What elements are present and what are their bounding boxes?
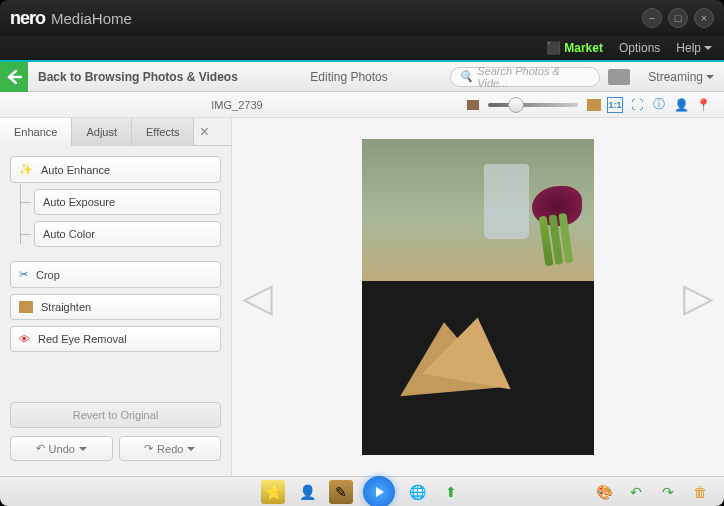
market-label: Market [564, 41, 603, 55]
menu-bar: ⬛ Market Options Help [0, 36, 724, 62]
undo-label: Undo [49, 443, 75, 455]
tab-strip: Enhance Adjust Effects × [0, 118, 231, 146]
red-eye-button[interactable]: 👁 Red Eye Removal [10, 326, 221, 352]
favorite-button[interactable]: ⭐ [261, 480, 285, 504]
display-mode-button[interactable] [608, 69, 630, 85]
thumb-large-icon[interactable] [587, 99, 601, 111]
brand-logo: nero [10, 8, 45, 29]
tab-adjust[interactable]: Adjust [72, 118, 132, 146]
face-icon[interactable]: 👤 [673, 97, 689, 113]
tool-label: Auto Exposure [43, 196, 115, 208]
thumb-small-icon[interactable] [467, 100, 479, 110]
options-menu[interactable]: Options [619, 41, 660, 55]
zoom-slider[interactable] [488, 103, 578, 107]
help-label: Help [676, 41, 701, 55]
redo-icon: ↷ [144, 442, 153, 455]
streaming-menu[interactable]: Streaming [638, 70, 724, 84]
play-icon [372, 485, 386, 499]
search-placeholder: Search Photos & Vide... [477, 65, 591, 89]
crop-button[interactable]: ✂ Crop [10, 261, 221, 288]
streaming-label: Streaming [648, 70, 703, 84]
tool-label: Red Eye Removal [38, 333, 127, 345]
chevron-down-icon [704, 46, 712, 50]
prev-photo-button[interactable]: ◁ [242, 274, 273, 320]
edit-button[interactable]: ✎ [329, 480, 353, 504]
rotate-right-button[interactable]: ↷ [656, 480, 680, 504]
undo-icon: ↶ [36, 442, 45, 455]
bottom-toolbar: ⭐ 👤 ✎ 🌐 ⬆ 🎨 ↶ ↷ 🗑 [0, 476, 724, 506]
auto-exposure-button[interactable]: Auto Exposure [34, 189, 221, 215]
straighten-icon [19, 301, 33, 313]
info-icon[interactable]: ⓘ [651, 97, 667, 113]
redo-button[interactable]: ↷ Redo [119, 436, 222, 461]
photo-viewer: ◁ ▷ [232, 118, 724, 476]
chevron-down-icon [187, 447, 195, 451]
portrait-button[interactable]: 👤 [295, 480, 319, 504]
main-area: Enhance Adjust Effects × ✨ Auto Enhance … [0, 118, 724, 476]
revert-button[interactable]: Revert to Original [10, 402, 221, 428]
rotate-left-button[interactable]: ↶ [624, 480, 648, 504]
title-bar: nero MediaHome − □ × [0, 0, 724, 36]
edit-panel: Enhance Adjust Effects × ✨ Auto Enhance … [0, 118, 232, 476]
color-button[interactable]: 🎨 [592, 480, 616, 504]
next-photo-button[interactable]: ▷ [683, 274, 714, 320]
tool-label: Auto Color [43, 228, 95, 240]
back-label[interactable]: Back to Browsing Photos & Videos [28, 70, 248, 84]
fit-icon[interactable]: 1:1 [607, 97, 623, 113]
help-menu[interactable]: Help [676, 41, 712, 55]
share-button[interactable]: 🌐 [405, 480, 429, 504]
straighten-button[interactable]: Straighten [10, 294, 221, 320]
location-icon[interactable]: 📍 [695, 97, 711, 113]
close-button[interactable]: × [694, 8, 714, 28]
magic-wand-icon: ✨ [19, 163, 33, 176]
filename: IMG_2739 [10, 99, 464, 111]
market-button[interactable]: ⬛ Market [546, 41, 603, 55]
back-button[interactable] [0, 62, 28, 92]
photo-preview[interactable] [362, 139, 594, 455]
auto-color-button[interactable]: Auto Color [34, 221, 221, 247]
tool-label: Straighten [41, 301, 91, 313]
fullscreen-icon[interactable]: ⛶ [629, 97, 645, 113]
auto-enhance-button[interactable]: ✨ Auto Enhance [10, 156, 221, 183]
undo-button[interactable]: ↶ Undo [10, 436, 113, 461]
page-title: Editing Photos [248, 70, 450, 84]
arrow-left-icon [5, 68, 23, 86]
redo-label: Redo [157, 443, 183, 455]
play-button[interactable] [363, 476, 395, 507]
market-icon: ⬛ [546, 41, 561, 55]
tab-enhance[interactable]: Enhance [0, 118, 72, 146]
nav-bar: Back to Browsing Photos & Videos Editing… [0, 62, 724, 92]
search-input[interactable]: 🔍 Search Photos & Vide... [450, 67, 600, 87]
app-name: MediaHome [51, 10, 132, 27]
tab-effects[interactable]: Effects [132, 118, 194, 146]
upload-button[interactable]: ⬆ [439, 480, 463, 504]
maximize-button[interactable]: □ [668, 8, 688, 28]
file-info-bar: IMG_2739 1:1 ⛶ ⓘ 👤 📍 [0, 92, 724, 118]
chevron-down-icon [79, 447, 87, 451]
tool-label: Crop [36, 269, 60, 281]
search-icon: 🔍 [459, 70, 473, 83]
crop-icon: ✂ [19, 268, 28, 281]
chevron-down-icon [706, 75, 714, 79]
slider-thumb[interactable] [508, 97, 524, 113]
tool-label: Auto Enhance [41, 164, 110, 176]
eye-icon: 👁 [19, 333, 30, 345]
delete-button[interactable]: 🗑 [688, 480, 712, 504]
tab-close-button[interactable]: × [194, 118, 214, 145]
minimize-button[interactable]: − [642, 8, 662, 28]
